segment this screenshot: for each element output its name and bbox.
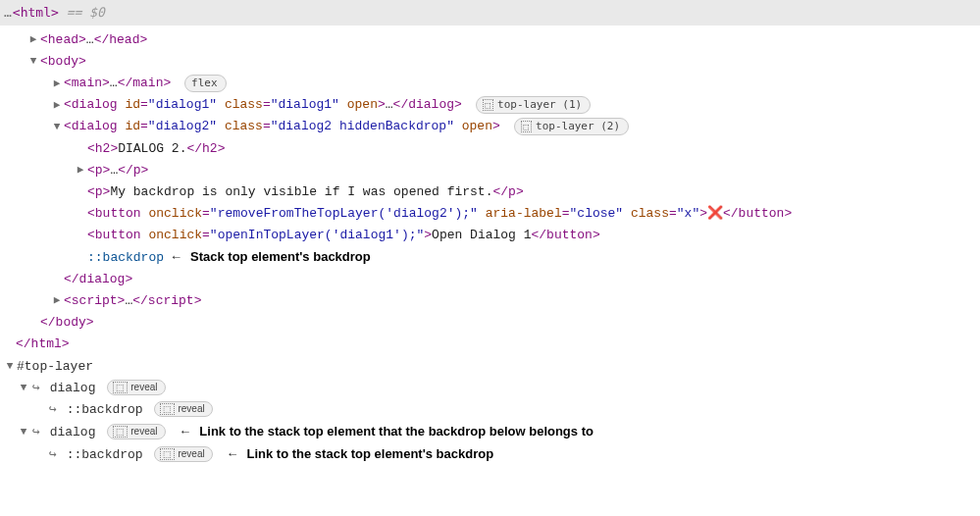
node-backdrop-pseudo[interactable]: ▶::backdrop←Stack top element's backdrop bbox=[0, 246, 980, 269]
close-icon: ❌ bbox=[707, 206, 723, 221]
reveal-button[interactable]: ⬚reveal bbox=[107, 424, 165, 439]
tag-button-open: <button bbox=[87, 206, 148, 221]
node-dialog2[interactable]: ▼<dialog id="dialog2" class="dialog2 hid… bbox=[0, 116, 980, 137]
expand-arrow-down-icon[interactable]: ▼ bbox=[27, 52, 39, 71]
attr-open: open bbox=[462, 119, 492, 133]
reveal-button[interactable]: ⬚reveal bbox=[154, 401, 212, 417]
node-body[interactable]: ▼<body> bbox=[0, 51, 980, 73]
expand-arrow-right-icon[interactable]: ▶ bbox=[51, 75, 63, 93]
attr-id-val: "dialog2" bbox=[148, 119, 217, 133]
tag-h2-close: </h2> bbox=[186, 141, 225, 156]
ellipsis: … bbox=[86, 32, 94, 47]
node-toplayer-dialog-1[interactable]: ▼↪ dialog ⬚reveal bbox=[0, 378, 980, 399]
toplayer-badge-2[interactable]: ⬚top-layer (2) bbox=[514, 118, 630, 135]
toplayer-label: #top-layer bbox=[17, 359, 93, 374]
overflow-dots: … bbox=[4, 5, 13, 20]
tag-p-open: <p> bbox=[87, 184, 110, 199]
node-body-close[interactable]: ▶</body> bbox=[0, 312, 980, 334]
expand-arrow-down-icon[interactable]: ▼ bbox=[18, 423, 29, 441]
tag-button-close: </button> bbox=[532, 228, 600, 242]
expand-arrow-right-icon[interactable]: ▶ bbox=[75, 161, 86, 180]
tag-head-close: </head> bbox=[94, 32, 148, 47]
tag-dialog-close: </dialog> bbox=[64, 272, 132, 286]
node-main[interactable]: ▶<main>…</main> flex bbox=[0, 73, 980, 94]
expand-arrow-right-icon[interactable]: ▶ bbox=[27, 30, 39, 49]
attr-class-val: "x" bbox=[677, 206, 699, 221]
link-arrow-icon: ↪ bbox=[32, 425, 40, 439]
tag-main-close: </main> bbox=[118, 76, 172, 90]
toplayer-annotation-2: Link to the stack top element's backdrop bbox=[247, 446, 494, 461]
h2-text: DIALOG 2. bbox=[118, 141, 186, 156]
tag-html-close: </html> bbox=[16, 336, 70, 351]
tag-button-open: <button bbox=[87, 228, 148, 242]
expand-arrow-down-icon[interactable]: ▼ bbox=[18, 379, 29, 397]
expand-arrow-down-icon[interactable]: ▼ bbox=[51, 118, 63, 136]
button-text: Open Dialog 1 bbox=[432, 228, 531, 242]
attr-onclick-val: "removeFromTheTopLayer('dialog2');" bbox=[210, 206, 478, 221]
node-toplayer-dialog-2[interactable]: ▼↪ dialog ⬚reveal ←Link to the stack top… bbox=[0, 421, 980, 443]
reveal-button[interactable]: ⬚reveal bbox=[154, 446, 212, 462]
node-button-close[interactable]: ▶<button onclick="removeFromTheTopLayer(… bbox=[0, 203, 980, 225]
link-arrow-icon: ↪ bbox=[49, 402, 57, 417]
tag-p-open: <p> bbox=[87, 163, 110, 178]
tag-script-open: <script> bbox=[64, 293, 125, 308]
toplayer-dialog-label: dialog bbox=[50, 425, 96, 439]
tag-h2-open: <h2> bbox=[87, 141, 118, 156]
toplayer-badge-2-label: top-layer (2) bbox=[536, 119, 620, 134]
reveal-label: reveal bbox=[178, 402, 204, 416]
toplayer-badge-1[interactable]: ⬚top-layer (1) bbox=[476, 96, 592, 114]
node-h2[interactable]: ▶<h2>DIALOG 2.</h2> bbox=[0, 138, 980, 160]
reveal-label: reveal bbox=[130, 425, 157, 439]
html-tag-open[interactable]: <html> bbox=[13, 5, 59, 20]
selection-marker: == $0 bbox=[67, 5, 105, 20]
expand-arrow-right-icon[interactable]: ▶ bbox=[51, 96, 63, 115]
reveal-label: reveal bbox=[130, 381, 157, 394]
node-dialog2-close[interactable]: ▶</dialog> bbox=[0, 269, 980, 290]
tag-dialog-open: <dialog bbox=[64, 119, 125, 133]
attr-open: open bbox=[347, 97, 378, 112]
tag-body-open: <body> bbox=[40, 54, 86, 69]
attr-class-name: class bbox=[225, 97, 263, 112]
p-text: My backdrop is only visible if I was ope… bbox=[110, 184, 492, 199]
attr-onclick-name: onclick bbox=[148, 228, 202, 242]
attr-onclick-name: onclick bbox=[148, 206, 202, 221]
tag-main-open: <main> bbox=[64, 76, 110, 90]
attr-class-val: "dialog1" bbox=[271, 97, 339, 112]
tag-p-close: </p> bbox=[492, 184, 523, 199]
tag-close-bracket: > bbox=[378, 97, 386, 112]
node-html-close[interactable]: </html> bbox=[0, 334, 980, 355]
attr-id-val: "dialog1" bbox=[148, 97, 217, 112]
expand-arrow-right-icon[interactable]: ▶ bbox=[51, 291, 63, 310]
node-script[interactable]: ▶<script>…</script> bbox=[0, 290, 980, 312]
flex-badge[interactable]: flex bbox=[184, 75, 227, 92]
tag-close-bracket: > bbox=[424, 228, 432, 242]
layers-icon: ⬚ bbox=[483, 99, 493, 111]
node-button-open-dialog1[interactable]: ▶<button onclick="openInTopLayer('dialog… bbox=[0, 225, 980, 246]
left-arrow-icon: ← bbox=[170, 249, 182, 264]
tag-body-close: </body> bbox=[40, 315, 94, 330]
reveal-button[interactable]: ⬚reveal bbox=[107, 380, 165, 395]
node-toplayer[interactable]: ▼#top-layer bbox=[0, 356, 980, 378]
pseudo-backdrop: ::backdrop bbox=[87, 250, 164, 265]
reveal-icon: ⬚ bbox=[113, 426, 128, 438]
ellipsis: … bbox=[386, 97, 393, 112]
reveal-icon: ⬚ bbox=[113, 382, 128, 393]
node-head[interactable]: ▶<head>…</head> bbox=[0, 29, 980, 51]
link-arrow-icon: ↪ bbox=[49, 447, 57, 462]
node-toplayer-backdrop-2[interactable]: ↪ ::backdrop ⬚reveal ←Link to the stack … bbox=[0, 443, 980, 466]
attr-id-name: id bbox=[125, 119, 140, 133]
toplayer-backdrop-label: ::backdrop bbox=[67, 402, 143, 417]
tag-close-bracket: > bbox=[492, 119, 500, 133]
attr-aria-name: aria-label bbox=[486, 206, 562, 221]
attr-class-name: class bbox=[225, 119, 263, 133]
tag-dialog-open: <dialog bbox=[64, 97, 125, 112]
node-p-collapsed[interactable]: ▶<p>…</p> bbox=[0, 160, 980, 181]
expand-arrow-down-icon[interactable]: ▼ bbox=[4, 357, 16, 376]
node-toplayer-backdrop-1[interactable]: ↪ ::backdrop ⬚reveal bbox=[0, 399, 980, 421]
reveal-icon: ⬚ bbox=[160, 448, 175, 460]
ellipsis: … bbox=[110, 76, 118, 90]
node-dialog1[interactable]: ▶<dialog id="dialog1" class="dialog1" op… bbox=[0, 94, 980, 116]
tag-close-bracket: > bbox=[699, 206, 707, 221]
backdrop-annotation: Stack top element's backdrop bbox=[190, 249, 371, 264]
node-p-text[interactable]: ▶<p>My backdrop is only visible if I was… bbox=[0, 181, 980, 203]
